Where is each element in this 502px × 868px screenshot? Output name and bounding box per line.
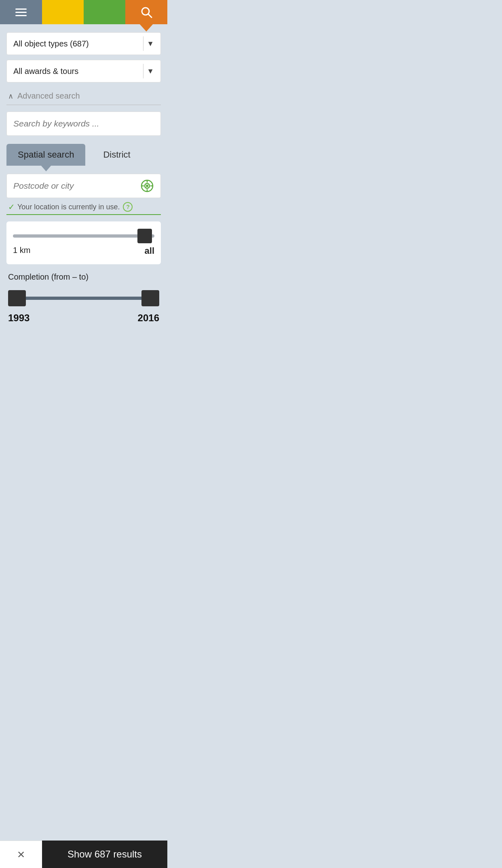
header-yellow-segment [42,0,84,24]
year-track-fill [13,297,155,300]
postcode-input[interactable] [13,181,140,191]
location-underline [6,214,161,215]
distance-slider-section: 1 km all [6,221,161,264]
location-status: ✓ Your location is currently in use. ? [6,198,161,214]
distance-min-label: 1 km [13,246,30,256]
chevron-up-icon: ∧ [8,92,13,101]
completion-title: Completion (from – to) [8,272,159,282]
help-icon[interactable]: ? [123,202,133,212]
menu-button[interactable] [0,0,42,24]
year-thumb-left[interactable] [8,290,26,306]
slider-labels: 1 km all [13,246,154,256]
tab-district[interactable]: District [92,144,141,166]
search-icon [140,6,152,18]
divider [6,105,161,105]
main-content: All object types (687) ▼ All awards & to… [0,24,167,364]
object-types-label: All object types (687) [13,39,140,48]
search-tabs: Spatial search District [6,144,161,166]
completion-section: Completion (from – to) 1993 2016 [6,272,161,324]
search-button[interactable] [125,0,167,24]
svg-line-1 [148,14,152,17]
year-from-label: 1993 [8,312,30,324]
advanced-search-toggle[interactable]: ∧ Advanced search [6,87,161,105]
keyword-search-container [6,112,161,136]
svg-point-8 [146,185,148,187]
chevron-down-icon: ▼ [147,40,154,48]
location-status-text: Your location is currently in use. [17,203,120,211]
year-thumb-right[interactable] [141,290,159,306]
year-to-label: 2016 [138,312,159,324]
year-labels: 1993 2016 [8,312,159,324]
awards-tours-dropdown[interactable]: All awards & tours ▼ [6,60,161,82]
dropdown-divider-2 [143,64,143,78]
object-types-dropdown[interactable]: All object types (687) ▼ [6,32,161,55]
dropdown-divider [143,36,143,51]
header [0,0,167,24]
postcode-container [6,174,161,198]
tab-spatial[interactable]: Spatial search [6,144,85,166]
awards-tours-label: All awards & tours [13,67,140,76]
distance-slider[interactable] [13,234,154,238]
header-green-segment [84,0,125,24]
keyword-search-input[interactable] [13,119,154,129]
location-icon[interactable] [140,179,154,193]
distance-max-label: all [145,246,154,256]
check-icon: ✓ [8,202,15,212]
advanced-search-label: Advanced search [17,91,80,101]
year-track [8,297,159,300]
hamburger-icon [15,8,27,16]
chevron-down-icon-2: ▼ [147,67,154,76]
slider-track-container [13,228,154,244]
